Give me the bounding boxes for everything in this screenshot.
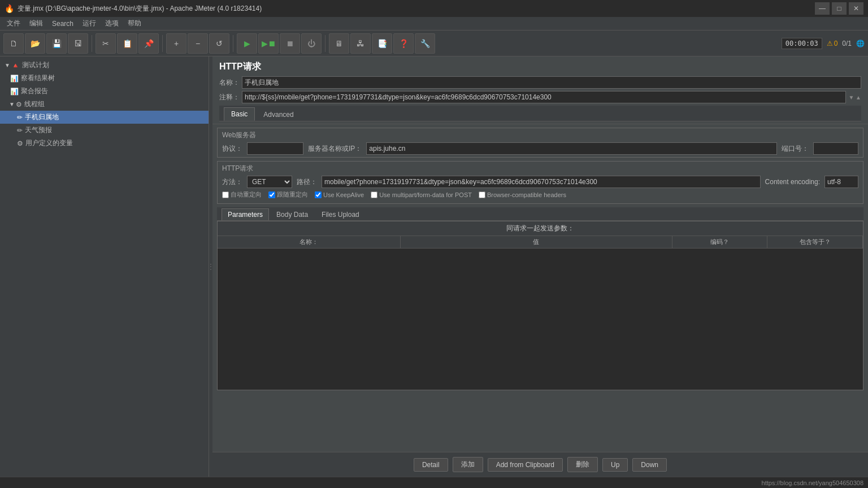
toolbar-cut[interactable]: ✂ [96,33,116,54]
tree-item-user-vars[interactable]: ⚙ 用户定义的变量 [0,137,209,150]
label-results: 察看结果树 [21,73,55,83]
server-row: 协议： 服务器名称或IP： 端口号： [222,142,858,155]
menu-search[interactable]: Search [47,19,78,29]
param-tab-filesupload[interactable]: Files Upload [315,208,366,220]
add-from-clipboard-button[interactable]: Add from Clipboard [488,458,563,472]
panel-title: HTTP请求 [219,61,861,73]
icon-aggregate: 📊 [10,88,19,95]
content-area: Web服务器 协议： 服务器名称或IP： 端口号： HTTP请求 方法： GET [212,124,868,452]
toolbar-run[interactable]: ▶ [237,33,257,54]
http-request-title: HTTP请求 [222,164,858,173]
detail-button[interactable]: Detail [414,458,448,472]
menu-run[interactable]: 运行 [78,18,101,29]
method-select[interactable]: GET POST PUT DELETE [247,176,292,188]
protocol-label: 协议： [222,144,242,154]
protocol-input[interactable] [247,142,303,155]
maximize-button[interactable]: □ [832,2,847,15]
toolbar-help[interactable]: ❓ [393,33,414,54]
menu-file[interactable]: 文件 [2,18,25,29]
close-button[interactable]: ✕ [849,2,863,15]
keepalive-check[interactable] [315,191,322,198]
warning-count: 0 [834,40,838,47]
name-row: 名称： [219,76,861,89]
auto-redirect-check[interactable] [222,191,229,198]
icon-results: 📊 [10,75,19,82]
down-button[interactable]: Down [632,458,667,472]
toolbar-remote2[interactable]: 🖧 [350,33,371,54]
icon-user-vars: ⚙ [17,140,23,147]
menu-edit[interactable]: 编辑 [25,18,47,29]
icon-thread-group: ⚙ [16,101,22,108]
hostname-label: 服务器名称或IP： [308,144,362,154]
tree-item-mobile[interactable]: ✏ 手机归属地 [0,111,209,124]
comment-input[interactable] [242,91,846,103]
tab-advanced[interactable]: Advanced [256,107,301,121]
expand-icon: ▼ ▲ [848,94,861,101]
warning-badge: ⚠ 0 [827,40,838,47]
title-bar-controls: — □ ✕ [815,2,863,15]
toolbar-saveas[interactable]: 🖫 [68,33,88,54]
tree-item-test-plan[interactable]: ▼ 🔺 测试计划 [0,59,209,72]
keepalive-label: Use KeepAlive [323,191,364,198]
up-button[interactable]: Up [602,458,628,472]
tree-item-aggregate[interactable]: 📊 聚合报告 [0,85,209,98]
follow-redirect-check[interactable] [268,191,275,198]
status-bar: https://blog.csdn.net/yang504650308 [0,477,868,488]
params-header-row: 同请求一起发送参数： [218,221,863,236]
toolbar-stop[interactable]: ⏹ [280,33,300,54]
toolbar-paste[interactable]: 📌 [138,33,159,54]
toolbar-open[interactable]: 📂 [25,33,45,54]
label-mobile: 手机归属地 [25,112,59,122]
multipart-label: Use multipart/form-data for POST [379,191,472,198]
col-value: 值 [401,236,672,248]
encoding-input[interactable] [824,176,858,188]
tab-basic[interactable]: Basic [224,107,255,121]
multipart-check[interactable] [371,191,377,198]
delete-button[interactable]: 删除 [567,457,598,472]
params-header-label: 同请求一起发送参数： [218,221,863,236]
toolbar-remove[interactable]: − [188,33,208,54]
toolbar-add[interactable]: + [166,33,186,54]
label-weather: 天气预报 [25,125,52,135]
tree-item-thread-group[interactable]: ▼ ⚙ 线程组 [0,98,209,111]
toolbar-shutdown[interactable]: ⏻ [301,33,322,54]
menu-help[interactable]: 帮助 [123,18,146,29]
toolbar-clear[interactable]: ↺ [209,33,229,54]
timer-display: 00:00:03 [782,38,822,49]
col-name: 名称： [218,236,401,248]
menu-options[interactable]: 选项 [101,18,123,29]
toolbar-remote[interactable]: 🖥 [329,33,349,54]
tree-item-results-tree[interactable]: 📊 察看结果树 [0,72,209,85]
name-input[interactable] [242,76,861,89]
minimize-button[interactable]: — [815,2,830,15]
port-input[interactable] [813,142,858,155]
toolbar-new[interactable]: 🗋 [3,33,24,54]
col-encode: 编码？ [672,236,768,248]
encoding-label: Content encoding: [765,178,820,186]
label-thread-group: 线程组 [24,99,45,109]
hostname-input[interactable] [366,142,777,155]
path-input[interactable] [322,176,761,188]
tree-item-weather[interactable]: ✏ 天气预报 [0,124,209,137]
name-label: 名称： [219,78,240,88]
toolbar-settings[interactable]: 🔧 [415,33,435,54]
path-label: 路径： [297,177,317,187]
toolbar-run-stop[interactable]: ▶⏹ [258,33,279,54]
checkbox-keepalive: Use KeepAlive [315,191,364,198]
toolbar-sep-2 [162,35,163,52]
toolbar-templates[interactable]: 📑 [372,33,392,54]
label-user-vars: 用户定义的变量 [25,138,73,148]
param-tab-bodydata[interactable]: Body Data [270,208,314,220]
browser-compat-label: Browser-compatible headers [487,191,566,198]
toolbar-copy[interactable]: 📋 [117,33,137,54]
toolbar-sep-3 [233,35,233,52]
toolbar-save[interactable]: 💾 [46,33,67,54]
browser-compat-check[interactable] [479,191,485,198]
main-layout: ▼ 🔺 测试计划 📊 察看结果树 📊 聚合报告 ▼ ⚙ 线程组 ✏ 手机归属地 … [0,56,868,477]
add-button[interactable]: 添加 [453,457,483,472]
param-tab-parameters[interactable]: Parameters [222,208,269,220]
http-request-section: HTTP请求 方法： GET POST PUT DELETE 路径： Conte… [217,161,863,204]
col-contains: 包含等于？ [767,236,863,248]
auto-redirect-label: 自动重定向 [231,190,262,199]
icon-weather: ✏ [17,127,23,134]
